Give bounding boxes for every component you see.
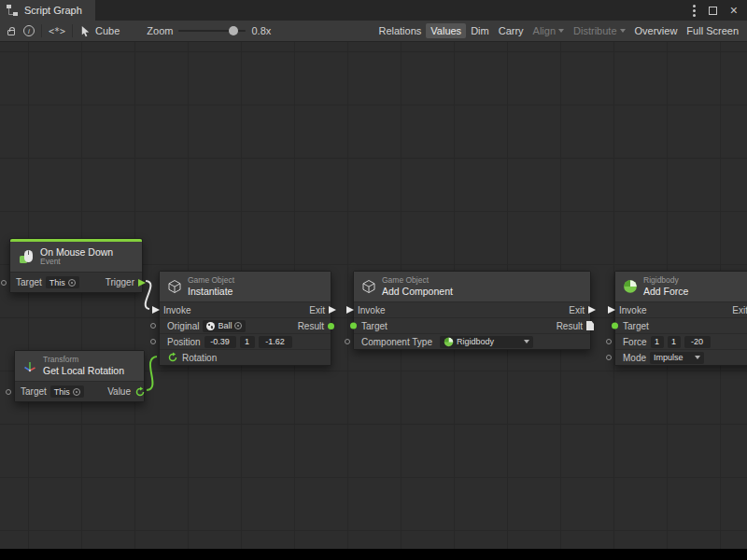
dim-button[interactable]: Dim [466,23,494,38]
graph-context[interactable]: Cube [79,25,120,37]
dropdown-value: Rigidbody [457,337,494,346]
exit-output-port[interactable] [329,306,336,314]
distribute-button[interactable]: Distribute [569,23,629,38]
target-picker-icon [73,388,80,396]
node-title: Add Force [643,286,688,297]
node-add-force[interactable]: Rigidbody Add Force Invoke Exit Target F… [614,271,747,366]
force-input-port[interactable] [606,339,612,344]
invoke-input-port[interactable] [608,306,615,314]
invoke-input-port[interactable] [152,306,160,314]
chevron-down-icon [524,340,529,343]
lock-icon[interactable] [7,30,15,35]
target-picker-icon [68,279,76,287]
maximize-icon[interactable] [709,7,717,15]
object-picker-this[interactable]: This [50,385,84,398]
invoke-label: Invoke [163,305,190,315]
trigger-label: Trigger [106,277,134,287]
target-picker-icon [234,322,242,329]
zoom-slider[interactable] [178,25,246,36]
values-button[interactable]: Values [426,23,466,38]
position-input-port[interactable] [150,339,156,344]
relations-button[interactable]: Relations [374,23,426,38]
node-header: Game Object Add Component [354,272,590,301]
node-row: Target Result [354,317,590,333]
zoom-control: Zoom 0.8x [147,25,271,36]
rotation-input-port[interactable] [167,352,178,363]
invoke-label: Invoke [619,305,646,315]
mode-input-port[interactable] [606,355,612,360]
position-z-field[interactable]: -1.62 [259,336,292,348]
node-row: Force 1 1 -20 [615,333,747,349]
component-type-dropdown[interactable]: Rigidbody [440,336,533,348]
node-header-text: Game Object Instantiate [188,276,234,297]
result-label: Result [298,321,324,331]
result-output-port[interactable] [586,321,594,330]
component-type-input-port[interactable] [345,339,350,344]
invoke-input-port[interactable] [346,306,354,314]
target-label: Target [623,321,649,331]
carry-button[interactable]: Carry [494,23,529,38]
target-input-port[interactable] [1,280,7,286]
cube-icon [167,279,182,294]
original-label: Original [167,321,199,331]
info-icon[interactable]: i [23,25,35,36]
value-label: Value [107,386,131,397]
node-header-text: On Mouse Down Event [40,246,113,267]
node-row: Rotation [160,349,331,365]
overview-button[interactable]: Overview [630,23,683,38]
align-button[interactable]: Align [529,23,569,38]
node-add-component[interactable]: Game Object Add Component Invoke Exit Ta… [353,271,591,350]
context-label: Cube [95,25,120,36]
force-x-field[interactable]: 1 [651,336,664,348]
trigger-output-port[interactable] [138,279,146,287]
wire-trigger-to-invoke[interactable] [146,281,151,309]
zoom-slider-handle[interactable] [229,26,238,35]
node-instantiate[interactable]: Game Object Instantiate Invoke Exit Orig… [159,271,331,366]
node-row: Target This Value [15,381,144,401]
graph-toolbar: i <*> Cube Zoom 0.8x Relations Values Di… [0,21,747,42]
result-label: Result [557,321,583,331]
graph-icon [6,4,19,17]
node-header-text: Transform Get Local Rotation [43,356,124,376]
rotation-output-port[interactable] [134,386,146,398]
toolbar-buttons: Relations Values Dim Carry Align Distrib… [374,23,743,38]
exit-label: Exit [569,305,585,315]
target-input-port[interactable] [612,323,618,329]
chip-label: Ball [218,321,232,330]
force-z-field[interactable]: -20 [684,336,711,348]
wire-value-to-rotation[interactable] [147,357,157,390]
mode-dropdown[interactable]: Impulse [650,352,704,364]
node-get-local-rotation[interactable]: Transform Get Local Rotation Target This… [14,350,145,402]
edit-graph-icon[interactable]: <*> [49,26,65,36]
chip-label: This [54,387,70,397]
target-input-port[interactable] [6,389,11,395]
node-row: Target This Trigger [10,272,142,292]
position-x-field[interactable]: -0.39 [204,336,236,348]
target-input-port[interactable] [350,323,357,329]
node-on-mouse-down[interactable]: On Mouse Down Event Target This Trigger [9,238,143,293]
exit-output-port[interactable] [588,306,596,314]
original-input-port[interactable] [150,323,156,329]
close-icon[interactable]: × [730,4,738,17]
object-picker-this[interactable]: This [46,276,79,288]
node-category: Game Object [382,276,453,286]
node-header-text: Rigidbody Add Force [643,276,688,297]
transform-icon [22,358,37,373]
target-label: Target [16,277,42,287]
node-title: Add Component [382,286,453,297]
fullscreen-button[interactable]: Full Screen [682,23,743,38]
force-y-field[interactable]: 1 [668,336,681,348]
result-output-port[interactable] [328,323,334,329]
node-header-text: Game Object Add Component [382,276,453,297]
node-row: Component Type Rigidbody [354,333,590,349]
position-y-field[interactable]: 1 [240,336,255,348]
position-label: Position [167,337,201,347]
menu-kebab-icon[interactable] [693,5,696,17]
rigidbody-icon [623,279,638,294]
zoom-value: 0.8x [251,25,271,36]
object-picker-ball[interactable]: Ball [203,320,246,332]
invoke-label: Invoke [358,305,385,315]
chevron-down-icon [558,29,564,33]
graph-canvas[interactable]: On Mouse Down Event Target This Trigger [0,42,747,560]
tab-script-graph[interactable]: Script Graph [0,0,95,21]
